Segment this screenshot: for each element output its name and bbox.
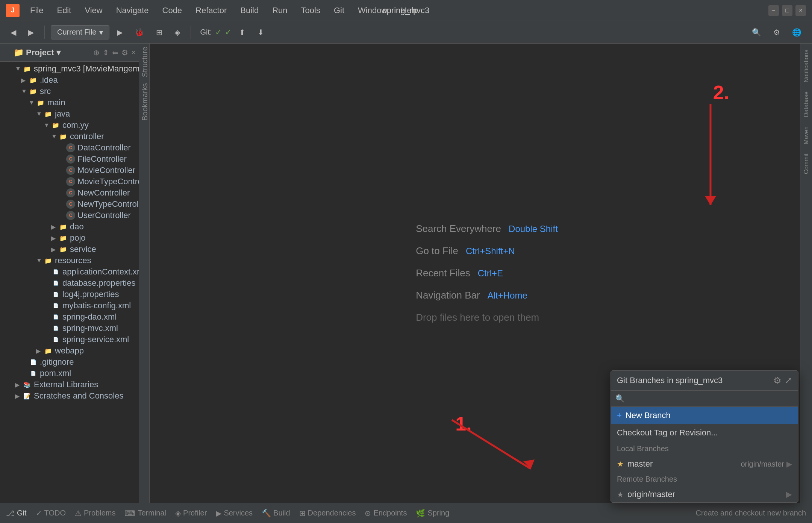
menu-refactor[interactable]: Refactor — [189, 4, 233, 17]
tree-controller-folder[interactable]: ▼ 📁 controller — [14, 131, 139, 142]
tree-log4j[interactable]: 📄 log4j.properties — [14, 289, 139, 300]
minimize-button[interactable]: − — [768, 5, 779, 16]
bookmarks-panel-label[interactable]: Bookmarks — [139, 80, 149, 124]
popup-settings-icon[interactable]: ⚙ — [773, 375, 782, 386]
git-pull-button[interactable]: ⬇ — [253, 26, 268, 39]
project-header-icons: ⊕ ⇕ ⇐ ⚙ × — [93, 48, 136, 57]
tree-external-libraries[interactable]: ▶ 📚 External Libraries — [14, 379, 139, 390]
debug-button[interactable]: 🐞 — [130, 26, 148, 39]
goto-hint-label: Go to File — [416, 245, 458, 257]
toolbar-forward-button[interactable]: ▶ — [24, 26, 38, 39]
popup-search-icon: 🔍 — [615, 394, 625, 403]
close-button[interactable]: × — [795, 5, 806, 16]
tree-main-folder[interactable]: ▼ 📁 main — [14, 97, 139, 108]
checkout-tag-item[interactable]: Checkout Tag or Revision... — [611, 424, 798, 441]
status-terminal[interactable]: ⌨ Terminal — [124, 509, 166, 518]
menu-navigate[interactable]: Navigate — [110, 4, 155, 17]
status-services[interactable]: ▶ Services — [216, 509, 253, 518]
menu-git[interactable]: Git — [328, 4, 350, 17]
tree-idea-folder[interactable]: ▶ 📁 .idea — [14, 74, 139, 86]
tree-dbprops[interactable]: 📄 database.properties — [14, 277, 139, 289]
project-icon: 📁 — [14, 48, 24, 58]
tree-dao-folder[interactable]: ▶ 📁 dao — [14, 221, 139, 232]
tree-moviecontroller[interactable]: C MovieController — [14, 165, 139, 176]
tree-java-folder[interactable]: ▼ 📁 java — [14, 108, 139, 120]
checkout-tag-label: Checkout Tag or Revision... — [617, 428, 792, 438]
git-check-2: ✓ — [225, 27, 232, 37]
tree-resources-folder[interactable]: ▼ 📁 resources — [14, 255, 139, 266]
status-profiler[interactable]: ◈ Profiler — [175, 509, 207, 518]
tree-scratches-consoles[interactable]: ▶ 📝 Scratches and Consoles — [14, 390, 139, 402]
tree-src-folder[interactable]: ▼ 📁 src — [14, 86, 139, 97]
toolbar-right: 🔍 ⚙ 🌐 — [747, 26, 806, 39]
toolbar-back-button[interactable]: ◀ — [6, 26, 21, 39]
popup-header: Git Branches in spring_mvc3 ⚙ ⤢ — [611, 371, 798, 391]
notifications-panel-label[interactable]: Notifications — [801, 47, 811, 85]
new-branch-item[interactable]: + New Branch — [611, 407, 798, 424]
status-problems[interactable]: ⚠ Problems — [75, 509, 115, 518]
current-file-selector[interactable]: Current File ▾ — [51, 25, 109, 39]
tree-gitignore[interactable]: 📄 .gitignore — [14, 356, 139, 368]
endpoints-icon: ⊛ — [365, 509, 371, 518]
tree-comyy-folder[interactable]: ▼ 📁 com.yy — [14, 120, 139, 131]
status-build[interactable]: 🔨 Build — [262, 509, 290, 518]
tree-newtypecontroller[interactable]: C NewTypeController — [14, 199, 139, 210]
status-git[interactable]: ⎇ Git — [6, 509, 27, 518]
origin-master-name: origin/master — [627, 490, 782, 499]
search-button[interactable]: 🔍 — [747, 26, 766, 39]
expand-icon[interactable]: ⇕ — [103, 48, 109, 57]
tree-usercontroller[interactable]: C UserController — [14, 210, 139, 221]
menu-file[interactable]: File — [24, 4, 49, 17]
structure-panel-label[interactable]: Structure — [139, 44, 149, 80]
menu-build[interactable]: Build — [234, 4, 265, 17]
menu-view[interactable]: View — [79, 4, 108, 17]
origin-branch-arrow: ▶ — [786, 490, 792, 499]
menu-tools[interactable]: Tools — [295, 4, 326, 17]
profile-button[interactable]: ◈ — [170, 26, 185, 39]
tree-pojo-folder[interactable]: ▶ 📁 pojo — [14, 232, 139, 244]
database-panel-label[interactable]: Database — [801, 88, 811, 120]
settings-button[interactable]: ⚙ — [769, 26, 785, 39]
maximize-button[interactable]: □ — [782, 5, 792, 16]
run-button[interactable]: ▶ — [112, 26, 127, 39]
tree-appcontext[interactable]: 📄 applicationContext.xml — [14, 266, 139, 277]
tree-spring-dao[interactable]: 📄 spring-dao.xml — [14, 311, 139, 323]
master-branch-name: master — [627, 459, 737, 469]
menu-code[interactable]: Code — [156, 4, 188, 17]
notifications-button[interactable]: 🌐 — [788, 26, 806, 39]
settings-icon[interactable]: ⚙ — [121, 48, 128, 57]
tree-newcontroller[interactable]: C NewController — [14, 187, 139, 199]
collapse-icon[interactable]: ⇐ — [112, 48, 118, 57]
popup-search-input[interactable] — [628, 394, 794, 403]
project-tree: ▼ 📁 spring_mvc3 [MovieMangement] ▶ 📁 .id… — [0, 62, 139, 503]
tree-spring-mvc[interactable]: 📄 spring-mvc.xml — [14, 323, 139, 334]
maven-panel-label[interactable]: Maven — [801, 123, 811, 147]
commit-panel-label[interactable]: Commit — [801, 150, 811, 177]
status-dependencies[interactable]: ⊞ Dependencies — [299, 509, 356, 518]
tree-movietypecontroller[interactable]: C MovieTypeController — [14, 176, 139, 187]
menu-edit[interactable]: Edit — [51, 4, 77, 17]
status-todo[interactable]: ✓ TODO — [36, 509, 66, 518]
menu-run[interactable]: Run — [266, 4, 293, 17]
tree-datacontroller[interactable]: C DataController — [14, 142, 139, 153]
status-endpoints[interactable]: ⊛ Endpoints — [365, 509, 407, 518]
origin-master-item[interactable]: ★ origin/master ▶ — [611, 487, 798, 502]
coverage-button[interactable]: ⊞ — [151, 26, 167, 39]
tree-spring-service[interactable]: 📄 spring-service.xml — [14, 334, 139, 345]
tree-webapp-folder[interactable]: ▶ 📁 webapp — [14, 345, 139, 356]
tree-service-folder[interactable]: ▶ 📁 service — [14, 244, 139, 255]
project-dropdown-arrow: ▾ — [56, 48, 61, 58]
tree-mybatis[interactable]: 📄 mybatis-config.xml — [14, 300, 139, 311]
app-icon: J — [6, 4, 20, 17]
tree-filecontroller[interactable]: C FileController — [14, 153, 139, 165]
master-branch-item[interactable]: ★ master origin/master ▶ — [611, 456, 798, 472]
project-root-item[interactable]: ▼ 📁 spring_mvc3 [MovieMangement] — [14, 63, 139, 74]
project-title-button[interactable]: 📁 Project ▾ — [14, 48, 61, 58]
close-panel-icon[interactable]: × — [131, 48, 136, 57]
git-push-button[interactable]: ⬆ — [235, 26, 250, 39]
tree-pom[interactable]: 📄 pom.xml — [14, 368, 139, 379]
locate-icon[interactable]: ⊕ — [93, 48, 100, 57]
popup-expand-icon[interactable]: ⤢ — [785, 375, 792, 386]
status-spring[interactable]: 🌿 Spring — [416, 509, 449, 518]
git-branches-popup: Git Branches in spring_mvc3 ⚙ ⤢ 🔍 + New … — [611, 370, 798, 503]
